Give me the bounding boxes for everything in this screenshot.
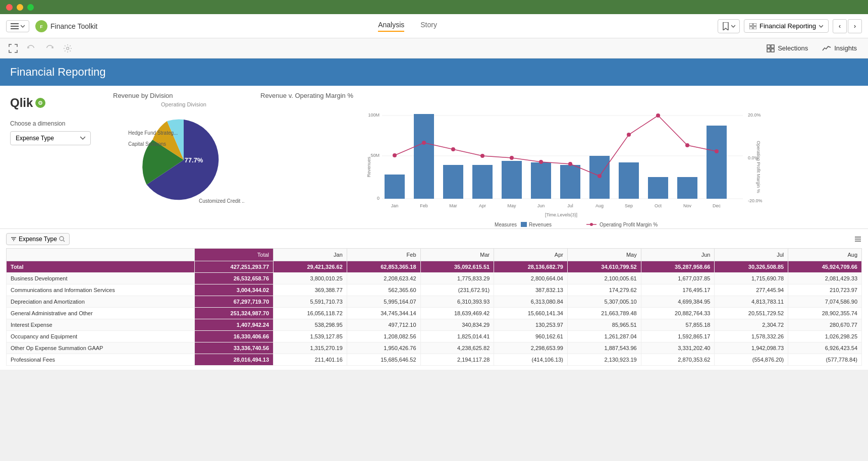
row-value: 4,813,783.11 — [715, 296, 788, 308]
svg-point-43 — [393, 153, 397, 157]
grid-selections-icon — [767, 44, 775, 52]
choose-dimension-label: Choose a dimension — [10, 120, 65, 127]
row-value: (414,106.13) — [494, 354, 568, 366]
svg-rect-37 — [560, 165, 580, 199]
row-value: (577,778.84) — [788, 354, 862, 366]
table-scroll-container[interactable]: Total Jan Feb Mar Apr May Jun Jul Aug To… — [6, 248, 862, 366]
row-value: 2,130,923.19 — [567, 354, 641, 366]
row-value: 4,699,384.95 — [641, 296, 715, 308]
chevron-down-icon — [21, 24, 25, 28]
revenue-division-title: Revenue by Division — [113, 92, 254, 99]
svg-rect-40 — [648, 177, 668, 199]
next-sheet-button[interactable]: › — [848, 19, 862, 33]
svg-text:Jan: Jan — [391, 203, 399, 208]
row-value: 211,401.16 — [274, 354, 347, 366]
svg-rect-7 — [749, 27, 752, 29]
close-button[interactable] — [6, 4, 13, 11]
col-header-may: May — [567, 249, 641, 261]
svg-text:0: 0 — [377, 196, 379, 201]
svg-rect-6 — [753, 23, 756, 26]
row-value: 18,639,469.42 — [420, 308, 494, 319]
row-label: Professional Fees — [7, 354, 195, 366]
bookmark-button[interactable] — [718, 19, 740, 33]
row-value: 45,924,709.66 — [788, 261, 862, 273]
svg-text:Oct: Oct — [655, 203, 662, 208]
row-value: 28,902,355.74 — [788, 308, 862, 319]
app-title: Finance Toolkit — [50, 22, 97, 30]
row-value: 20,882,764.33 — [641, 308, 715, 319]
row-value: 6,926,423.54 — [788, 342, 862, 354]
svg-rect-69 — [521, 222, 527, 227]
tab-analysis[interactable]: Analysis — [378, 21, 404, 32]
prev-sheet-button[interactable]: ‹ — [833, 19, 847, 33]
svg-text:Apr: Apr — [479, 203, 486, 208]
col-header-total: Total — [195, 249, 274, 261]
redo-icon[interactable] — [42, 41, 57, 55]
search-icon[interactable] — [59, 236, 65, 242]
svg-text:May: May — [507, 203, 516, 208]
row-value: 1,261,287.04 — [567, 331, 641, 342]
col-header-mar: Mar — [420, 249, 494, 261]
svg-rect-36 — [531, 162, 551, 199]
svg-point-77 — [60, 237, 64, 241]
undo-icon[interactable] — [24, 41, 38, 55]
page-header: Financial Reporting — [0, 59, 868, 86]
svg-rect-1 — [11, 26, 19, 27]
revenue-margin-svg: 100M 50M 0 20.0% 0.0% -20.0% Revenues Op… — [260, 101, 862, 233]
svg-text:Customized Credit ...: Customized Credit ... — [199, 198, 244, 204]
row-label: Communications and Information Services — [7, 284, 195, 296]
settings-icon[interactable] — [61, 41, 75, 55]
expense-table: Total Jan Feb Mar Apr May Jun Jul Aug To… — [6, 248, 862, 366]
dimension-dropdown[interactable]: Expense Type — [10, 131, 91, 145]
chevron-down-icon — [731, 24, 735, 28]
qlik-logo: Qlik — [10, 96, 45, 110]
table-section: Expense Type Total Jan Feb — [0, 229, 868, 370]
row-value: 1,825,014.41 — [420, 331, 494, 342]
dimension-selected: Expense Type — [16, 135, 54, 142]
row-value: 1,677,037.85 — [641, 273, 715, 284]
svg-point-51 — [627, 133, 631, 137]
row-value: (554,876.20) — [715, 354, 788, 366]
svg-point-53 — [685, 143, 689, 147]
row-value: 16,056,118.72 — [274, 308, 347, 319]
sheet-name: Financial Reporting — [760, 22, 816, 30]
svg-rect-34 — [472, 165, 493, 199]
svg-point-52 — [656, 113, 660, 118]
row-value: 1,715,690.78 — [715, 273, 788, 284]
row-value: 1,592,865.17 — [641, 331, 715, 342]
sheet-selector[interactable]: Financial Reporting — [744, 19, 829, 33]
row-value: 1,208,082.56 — [347, 331, 420, 342]
minimize-button[interactable] — [17, 4, 23, 11]
pie-chart-svg: 77.7% Hedge Fund Strateg... Capital Solu… — [113, 109, 244, 210]
svg-rect-5 — [749, 23, 752, 26]
row-value: 1,942,098.73 — [715, 342, 788, 354]
row-value: 6,313,080.84 — [494, 296, 568, 308]
row-value: 251,324,987.70 — [195, 308, 274, 319]
insights-button[interactable]: Insights — [817, 42, 862, 55]
row-value: 2,298,653.99 — [494, 342, 568, 354]
zoom-fit-icon[interactable] — [6, 41, 20, 55]
insights-label: Insights — [834, 44, 857, 52]
pie-chart-panel: Revenue by Division Operating Division 7… — [113, 92, 254, 222]
maximize-button[interactable] — [27, 4, 34, 11]
tab-story[interactable]: Story — [420, 21, 437, 32]
row-value: 210,723.97 — [788, 284, 862, 296]
hamburger-menu[interactable] — [6, 20, 29, 32]
nav-tabs: Analysis Story — [97, 21, 718, 32]
svg-point-45 — [451, 147, 455, 151]
col-header-jun: Jun — [641, 249, 715, 261]
table-row: Occupancy and Equipment16,330,406.661,53… — [7, 331, 862, 342]
row-value: 2,304.72 — [715, 319, 788, 331]
row-value: 3,331,202.40 — [641, 342, 715, 354]
row-value: 497,712.10 — [347, 319, 420, 331]
table-menu-icon[interactable] — [854, 235, 862, 243]
svg-text:Jul: Jul — [567, 203, 573, 208]
selections-button[interactable]: Selections — [762, 42, 813, 55]
row-value: 35,287,958.66 — [641, 261, 715, 273]
svg-text:F: F — [40, 24, 43, 29]
row-value: 1,539,127.85 — [274, 331, 347, 342]
row-value: 28,136,682.79 — [494, 261, 568, 273]
svg-point-46 — [480, 154, 484, 158]
svg-text:Revenues: Revenues — [529, 222, 552, 227]
svg-rect-39 — [619, 162, 639, 199]
